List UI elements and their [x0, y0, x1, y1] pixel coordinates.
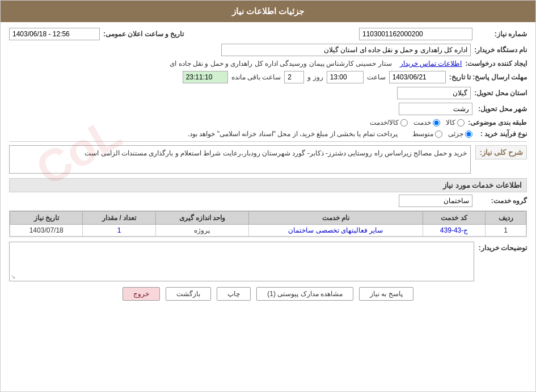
process-jozvi-item[interactable]: جزئی — [448, 130, 472, 138]
deadline-time-input[interactable] — [327, 71, 364, 83]
city-label: شهر محل تحویل: — [476, 105, 527, 113]
col-code: کد خدمت — [423, 212, 486, 225]
category-label: طبقه بندی موضوعی: — [468, 119, 527, 127]
page-title: جزئیات اطلاعات نیاز — [1, 1, 535, 22]
exit-button[interactable]: خروج — [123, 287, 160, 301]
view-docs-button[interactable]: مشاهده مدارک پیوستی (1) — [256, 287, 353, 301]
buyer-notes-label: توضیحات خریدار: — [479, 242, 527, 252]
process-note: پرداخت تمام یا بخشی از مبلغ خرید، از محل… — [188, 130, 398, 138]
services-table: ردیف کد خدمت نام خدمت واحد اندازه گیری ت… — [10, 211, 526, 237]
buyer-name-label: نام دستگاه خریدار: — [474, 46, 527, 54]
general-desc-section-label: شرح کلی نیاز: — [475, 145, 527, 159]
category-kala-radio[interactable] — [457, 119, 465, 127]
need-number-label: شماره نیاز: — [476, 30, 527, 38]
category-kala-khadamat-label: کالا/خدمت — [370, 119, 399, 127]
announce-label: تاریخ و ساعت اعلان عمومی: — [103, 30, 184, 38]
cell-code: ج-43-439 — [423, 225, 486, 237]
deadline-label: مهلت ارسال پاسخ: تا تاریخ: — [449, 73, 527, 81]
col-radif: ردیف — [486, 212, 526, 225]
services-table-container: ردیف کد خدمت نام خدمت واحد اندازه گیری ت… — [9, 210, 527, 237]
deadline-date-input[interactable] — [389, 71, 446, 83]
category-kala-item[interactable]: کالا — [446, 119, 465, 127]
remain-time-input[interactable] — [183, 71, 228, 83]
contact-link[interactable]: اطلاعات تماس خریدار — [400, 60, 462, 68]
days-input[interactable] — [284, 71, 304, 83]
print-button[interactable]: چاپ — [217, 287, 251, 301]
service-group-label: گروه خدمت: — [476, 197, 527, 205]
col-unit: واحد اندازه گیری — [155, 212, 248, 225]
process-jozvi-radio[interactable] — [465, 130, 472, 138]
service-group-input[interactable] — [399, 195, 472, 207]
category-radio-group: کالا خدمت کالا/خدمت — [370, 119, 465, 127]
creator-label: ایجاد کننده درخواست: — [465, 60, 527, 68]
service-info-title: اطلاعات خدمات مورد نیاز — [9, 178, 527, 192]
category-kala-khadamat-item[interactable]: کالا/خدمت — [370, 119, 408, 127]
process-motevaset-label: متوسط — [412, 130, 433, 138]
announce-input[interactable] — [9, 28, 100, 40]
table-row: 1 ج-43-439 سایر فعالیتهای تخصصی ساختمان … — [10, 225, 526, 237]
process-motevaset-item[interactable]: متوسط — [412, 130, 442, 138]
col-name: نام خدمت — [249, 212, 423, 225]
col-qty: تعداد / مقدار — [83, 212, 155, 225]
general-desc-box: خرید و حمل مصالح زیراساس راه روستایی دشت… — [9, 145, 471, 174]
category-kala-label: کالا — [446, 119, 455, 127]
need-number-input[interactable] — [359, 28, 472, 40]
category-khadamat-radio[interactable] — [433, 119, 440, 127]
reply-button[interactable]: پاسخ به نیاز — [359, 287, 413, 301]
col-date: تاریخ نیاز — [10, 212, 83, 225]
city-input[interactable] — [399, 103, 472, 115]
buyer-notes-box: ↘ — [9, 242, 474, 281]
process-motevaset-radio[interactable] — [435, 130, 442, 138]
remain-label: ساعت باقی مانده — [231, 73, 281, 81]
process-radio-group: جزئی متوسط — [412, 130, 472, 138]
button-row: پاسخ به نیاز مشاهده مدارک پیوستی (1) چاپ… — [9, 287, 527, 306]
cell-date: 1403/07/18 — [10, 225, 83, 237]
process-jozvi-label: جزئی — [448, 130, 463, 138]
days-label: روز و — [307, 73, 323, 81]
category-kala-khadamat-radio[interactable] — [400, 119, 408, 127]
cell-qty: 1 — [83, 225, 155, 237]
province-input[interactable] — [397, 87, 471, 99]
resize-handle: ↘ — [11, 273, 15, 280]
back-button[interactable]: بازگشت — [166, 287, 211, 301]
deadline-time-label: ساعت — [367, 73, 386, 81]
category-khadamat-item[interactable]: خدمت — [413, 119, 440, 127]
category-khadamat-label: خدمت — [413, 119, 431, 127]
cell-name: سایر فعالیتهای تخصصی ساختمان — [249, 225, 423, 237]
cell-radif: 1 — [486, 225, 526, 237]
creator-value: ستار حسینی کارشناس پیمان ورسیدگی اداره ک… — [170, 60, 391, 68]
cell-unit: پروژه — [155, 225, 248, 237]
province-label: استان محل تحویل: — [474, 89, 527, 97]
process-label: نوع فرآیند خرید : — [476, 130, 527, 138]
buyer-name-input[interactable] — [221, 44, 471, 56]
